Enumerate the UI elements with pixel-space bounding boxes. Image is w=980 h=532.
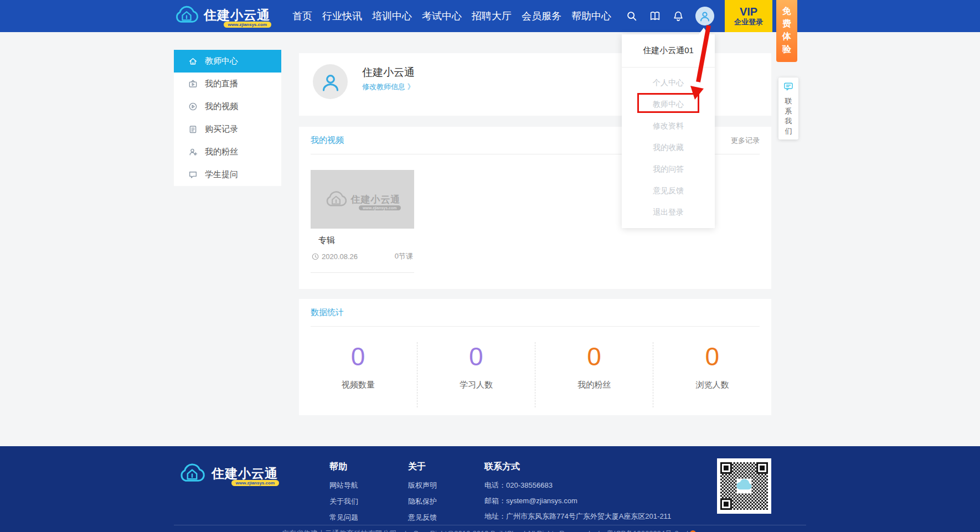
home-icon [188, 56, 198, 66]
teacher-name: 住建小云通 [362, 65, 415, 80]
contact-us-label: 联系我们 [785, 96, 792, 136]
footer-help-column: 帮助 网站导航 关于我们 常见问题 [329, 461, 358, 529]
sidebar-item-my-fans[interactable]: 我的粉丝 [174, 141, 281, 163]
footer: 住建小云通 www.zjiansys.com 帮助 网站导航 关于我们 常见问题… [0, 446, 980, 532]
video-lessons-count: 0节课 [395, 251, 413, 261]
notification-bell-icon[interactable] [672, 10, 684, 22]
footer-contact-column: 联系方式 电话：020-38556683 邮箱：system@zjiansys.… [484, 461, 671, 527]
fans-icon [188, 147, 198, 157]
video-title[interactable]: 专辑 [318, 235, 335, 246]
stat-label: 学习人数 [417, 380, 535, 390]
purchase-icon [188, 125, 198, 134]
sidebar-item-label: 我的直播 [205, 79, 238, 89]
brand-name: 住建小云通 [204, 8, 270, 22]
edit-teacher-info-link[interactable]: 修改教师信息 》 [362, 82, 415, 92]
my-videos-title: 我的视频 [311, 135, 344, 146]
menu-item-my-qa[interactable]: 我的问答 [622, 158, 715, 180]
video-divider [311, 272, 414, 273]
menu-item-edit-profile[interactable]: 修改资料 [622, 115, 715, 137]
main-nav: 首页 行业快讯 培训中心 考试中心 招聘大厅 会员服务 帮助中心 [292, 0, 611, 32]
stat-value: 0 [535, 341, 653, 372]
nav-home[interactable]: 首页 [292, 9, 312, 23]
qr-code [717, 458, 771, 514]
search-icon[interactable] [626, 10, 638, 22]
dropdown-caret [699, 28, 709, 34]
watermark-text: 住建小云通 [351, 194, 401, 205]
sidebar-item-label: 我的视频 [205, 101, 238, 112]
user-dropdown-menu: 住建小云通01 个人中心 教师中心 修改资料 我的收藏 我的问答 意见反馈 退出… [622, 34, 715, 228]
sidebar-item-label: 购买记录 [205, 124, 238, 135]
menu-item-feedback[interactable]: 意见反馈 [622, 180, 715, 202]
annotation-highlight-box [637, 93, 699, 113]
sidebar-item-label: 学生提问 [205, 169, 238, 180]
vip-enterprise-login-button[interactable]: VIP 企业登录 [725, 0, 772, 32]
stat-label: 视频数量 [299, 380, 417, 390]
stat-learner-count: 0 学习人数 [417, 333, 535, 390]
sidebar: 教师中心 我的直播 我的视频 购买记录 我的粉丝 [174, 50, 281, 186]
video-meta: 2020.08.26 0节课 [311, 251, 414, 261]
footer-column-title: 关于 [408, 461, 437, 473]
sidebar-item-purchase-history[interactable]: 购买记录 [174, 118, 281, 141]
footer-brand-url-pill: www.zjiansys.com [231, 480, 279, 486]
footer-divider [174, 525, 806, 525]
nav-member-services[interactable]: 会员服务 [522, 9, 561, 23]
dropdown-username: 住建小云通01 [622, 34, 715, 68]
stat-separator [535, 342, 535, 407]
page: 住建小云通 www.zjiansys.com 首页 行业快讯 培训中心 考试中心… [0, 0, 980, 532]
copyright-line: 广东省住建小云通教育科技有限公司 / CopyRight@2016-2019 B… [174, 529, 806, 532]
footer-email: 邮箱：system@zjiansys.com [484, 496, 671, 506]
nav-exam-center[interactable]: 考试中心 [422, 9, 462, 23]
footer-link-site-nav[interactable]: 网站导航 [329, 481, 358, 490]
sidebar-item-label: 教师中心 [205, 56, 238, 66]
watermark-cloud-icon [324, 189, 348, 210]
footer-phone: 电话：020-38556683 [484, 481, 671, 490]
footer-link-copyright-notice[interactable]: 版权声明 [408, 481, 437, 490]
contact-us-floater[interactable]: 联系我们 [778, 78, 798, 140]
nav-training-center[interactable]: 培训中心 [372, 9, 412, 23]
video-thumbnail[interactable]: 住建小云通 www.zjiansys.com [311, 170, 414, 229]
menu-item-personal-center[interactable]: 个人中心 [622, 72, 715, 94]
stat-separator [653, 342, 653, 407]
top-navbar: 住建小云通 www.zjiansys.com 首页 行业快讯 培训中心 考试中心… [0, 0, 980, 32]
user-avatar[interactable] [695, 7, 714, 25]
sidebar-item-my-live[interactable]: 我的直播 [174, 73, 281, 95]
stat-value: 0 [417, 341, 535, 372]
enterprise-login-label: 企业登录 [734, 18, 763, 27]
sidebar-item-teacher-center[interactable]: 教师中心 [174, 50, 281, 73]
menu-item-logout[interactable]: 退出登录 [622, 202, 715, 223]
brand-url-pill: www.zjiansys.com [224, 22, 271, 28]
more-records-link[interactable]: 更多记录 [731, 136, 760, 146]
sidebar-item-student-questions[interactable]: 学生提问 [174, 163, 281, 186]
stat-fans-count: 0 我的粉丝 [535, 333, 653, 390]
footer-address: 地址：广州市东风东路774号广东外贸大厦A座东区201-211 [484, 512, 671, 521]
sidebar-item-my-videos[interactable]: 我的视频 [174, 95, 281, 118]
dropdown-items: 个人中心 教师中心 修改资料 我的收藏 我的问答 意见反馈 退出登录 [622, 68, 715, 223]
profile-avatar[interactable] [313, 64, 348, 99]
footer-link-about-us[interactable]: 关于我们 [329, 497, 358, 507]
chat-bubble-icon [783, 82, 793, 91]
free-trial-ribbon[interactable]: 免费体验 [776, 0, 797, 62]
footer-link-privacy[interactable]: 隐私保护 [408, 497, 437, 507]
footer-link-feedback[interactable]: 意见反馈 [408, 513, 437, 523]
nav-job-hall[interactable]: 招聘大厅 [472, 9, 512, 23]
stat-label: 我的粉丝 [535, 380, 653, 390]
footer-brand-name: 住建小云通 [212, 466, 278, 481]
brand-logo[interactable]: 住建小云通 www.zjiansys.com [174, 3, 270, 27]
stat-label: 浏览人数 [653, 380, 771, 390]
footer-about-column: 关于 版权声明 隐私保护 意见反馈 [408, 461, 437, 529]
stat-value: 0 [653, 341, 771, 372]
stats-title: 数据统计 [311, 307, 344, 318]
book-icon[interactable] [649, 10, 661, 22]
footer-link-faq[interactable]: 常见问题 [329, 513, 358, 523]
video-date: 2020.08.26 [322, 252, 358, 261]
copyright-text: 广东省住建小云通教育科技有限公司 / CopyRight@2016-2019 B… [282, 529, 688, 532]
cloud-logo-icon [178, 461, 206, 486]
footer-brand: 住建小云通 www.zjiansys.com [178, 461, 278, 486]
nav-help-center[interactable]: 帮助中心 [571, 9, 611, 23]
sidebar-item-label: 我的粉丝 [205, 147, 238, 157]
menu-item-my-favorites[interactable]: 我的收藏 [622, 137, 715, 158]
stat-video-count: 0 视频数量 [299, 333, 417, 390]
nav-industry-news[interactable]: 行业快讯 [322, 9, 362, 23]
footer-column-title: 帮助 [329, 461, 358, 473]
stats-header: 数据统计 [311, 299, 760, 327]
